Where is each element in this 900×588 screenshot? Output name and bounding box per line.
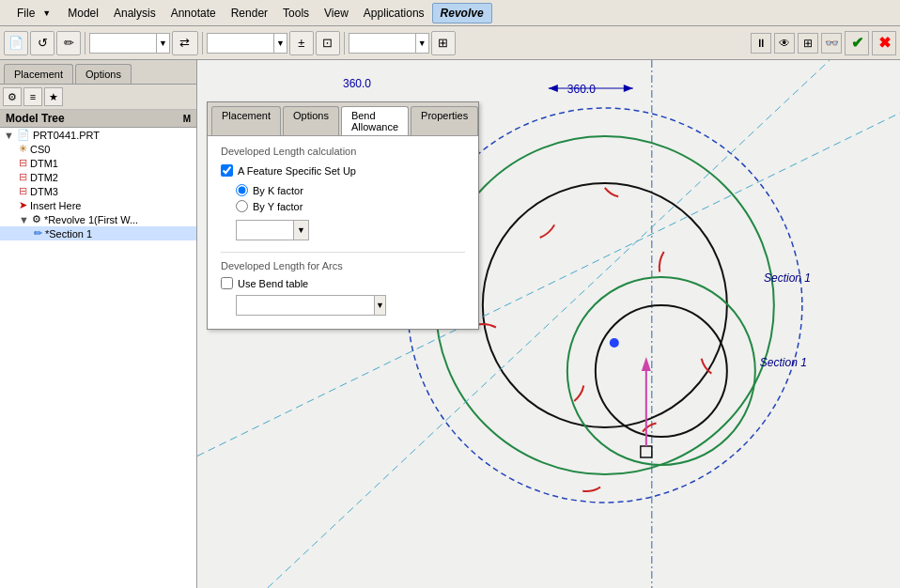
toolbar-sep1 [85,32,85,54]
toolbar-offset-btn[interactable]: ⊞ [431,31,456,55]
ba-table-arrow[interactable]: ▼ [374,296,385,315]
tree-content[interactable]: ▼ 📄 PRT0441.PRT ✳ CS0 ⊟ DTM1 ⊟ DTM2 [0,128,196,588]
offset-arrow[interactable]: ▼ [415,34,428,53]
tree-item-dtm1[interactable]: ⊟ DTM1 [0,156,196,170]
menu-model[interactable]: Model [60,4,106,23]
toolbar-new-btn[interactable]: 📄 [4,31,28,55]
cs0-icon: ✳ [19,143,27,155]
section-icon: ✏ [34,227,42,240]
ba-radio-yfactor[interactable] [236,200,248,212]
revolve-collapse[interactable]: ▼ [19,214,29,225]
toolbar-angle-btn2[interactable]: ⊡ [316,31,340,55]
prt-icon: 📄 [17,129,30,141]
menu-analysis[interactable]: Analysis [106,4,163,23]
ba-use-bend-row: Use Bend table [221,277,465,289]
tree-icon-filter[interactable]: ★ [44,87,63,106]
menu-annotate[interactable]: Annotate [163,4,224,23]
preview-btn[interactable]: 👁 [774,33,795,54]
toolbar-angle-btn1[interactable]: ± [289,31,314,55]
bend-allowance-panel: Placement Options Bend Allowance Propert… [207,101,479,330]
tab-placement[interactable]: Placement [4,64,73,84]
offset-input[interactable]: 0.1000 [349,37,415,50]
ba-use-bend-label: Use Bend table [238,278,308,289]
revolve-label: *Revolve 1(First W... [44,214,138,225]
dtm3-label: DTM3 [30,186,58,197]
tree-icon-settings[interactable]: ⚙ [3,87,22,106]
angle-combo[interactable]: 360.0 ▼ [207,33,287,54]
kfactor-combo-wrapper[interactable]: 1.0000 ▼ [236,220,309,240]
insert-label: Insert Here [30,200,81,211]
tree-item-insert[interactable]: ➤ Insert Here [0,198,196,212]
ba-content: Developed Length calculation A Feature S… [208,136,478,329]
menu-revolve[interactable]: Revolve [432,3,492,23]
dtm3-icon: ⊟ [19,185,27,197]
ba-radio-kfactor[interactable] [236,184,248,196]
tree-item-cs0[interactable]: ✳ CS0 [0,142,196,156]
angle-arrow[interactable]: ▼ [273,34,287,53]
axis-arrow[interactable]: ▼ [156,34,169,53]
ok-btn[interactable]: ✔ [845,31,869,55]
tree-item-revolve[interactable]: ▼ ⚙ *Revolve 1(First W... [0,212,196,226]
dtm1-label: DTM1 [30,158,58,169]
menubar: File ▼ Model Analysis Annotate Render To… [0,0,900,26]
dtm2-label: DTM2 [30,172,58,183]
ba-radio-group: By K factor By Y factor [236,184,465,212]
pause-btn[interactable]: ⏸ [751,33,771,54]
dimension-label: 360.0 [343,77,371,90]
axis-combo[interactable]: InternalCL ▼ [89,33,170,54]
toolbar-sep2 [202,32,203,54]
ba-feature-specific-label: A Feature Specific Set Up [238,165,356,177]
ba-tab-properties[interactable]: Properties [411,106,478,135]
tree-item-dtm3[interactable]: ⊟ DTM3 [0,184,196,198]
menu-tools[interactable]: Tools [275,4,317,23]
toolbar-flip-btn[interactable]: ⇄ [172,31,198,55]
toolbar-sep3 [344,32,345,54]
cs0-label: CS0 [30,144,50,155]
model-tree-expand[interactable]: M [183,114,191,124]
menu-applications[interactable]: Applications [356,4,432,23]
ba-dev-length-title: Developed Length calculation [221,146,465,157]
dtm1-icon: ⊟ [19,157,27,169]
toolbar-sketch-btn[interactable]: ✏ [56,31,81,55]
cancel-btn[interactable]: ✖ [872,31,896,55]
ba-table-combo[interactable]: ▼ [236,295,386,316]
ba-radio-kfactor-label: By K factor [253,185,303,196]
model-tree-header: Model Tree M [0,110,196,128]
tree-item-section[interactable]: ✏ *Section 1 [0,226,196,240]
glasses-btn[interactable]: 👓 [821,33,842,54]
tree-item-prt[interactable]: ▼ 📄 PRT0441.PRT [0,128,196,142]
toolbar: 📄 ↺ ✏ InternalCL ▼ ⇄ 360.0 ▼ ± ⊡ 0.1000 … [0,26,900,60]
ba-radio-yfactor-label: By Y factor [253,201,303,212]
tree-icon-columns[interactable]: ≡ [23,87,42,106]
menu-render[interactable]: Render [224,4,275,23]
offset-combo[interactable]: 0.1000 ▼ [349,33,429,54]
left-panel: Placement Options ⚙ ≡ ★ Model Tree M ▼ 📄… [0,60,197,588]
ba-use-bend-checkbox[interactable] [221,277,233,289]
model-tree-label-text: Model Tree [6,112,65,125]
ba-radio-yfactor-row: By Y factor [236,200,465,212]
insert-icon: ➤ [19,199,27,211]
ba-arcs-title: Developed Length for Arcs [221,252,465,271]
ba-tab-placement[interactable]: Placement [211,106,281,135]
tree-item-dtm2[interactable]: ⊟ DTM2 [0,170,196,184]
kfactor-arrow[interactable]: ▼ [293,221,308,240]
ba-feature-specific-checkbox[interactable] [221,164,233,177]
menu-file[interactable]: File ▼ [4,1,60,25]
angle-input[interactable]: 360.0 [208,37,273,50]
toolbar-right: ⏸ 👁 ⊞ 👓 ✔ ✖ [751,31,896,55]
dtm2-icon: ⊟ [19,171,27,183]
view-btn[interactable]: ⊞ [798,33,818,54]
prt-collapse[interactable]: ▼ [4,130,14,141]
ba-tab-bend-allowance[interactable]: Bend Allowance [341,106,409,135]
ba-tab-options[interactable]: Options [283,106,339,135]
menu-view[interactable]: View [317,4,356,23]
toolbar-open-btn[interactable]: ↺ [30,31,54,55]
ba-radio-kfactor-row: By K factor [236,184,465,196]
axis-input[interactable]: InternalCL [90,37,156,50]
ba-kfactor-combo: 1.0000 ▼ [236,220,465,240]
kfactor-input[interactable]: 1.0000 [237,221,293,240]
tab-options[interactable]: Options [75,64,132,84]
tree-toolbar: ⚙ ≡ ★ [0,85,196,110]
feature-tab-bar: Placement Options [0,60,196,85]
ba-table-input[interactable] [237,300,374,311]
